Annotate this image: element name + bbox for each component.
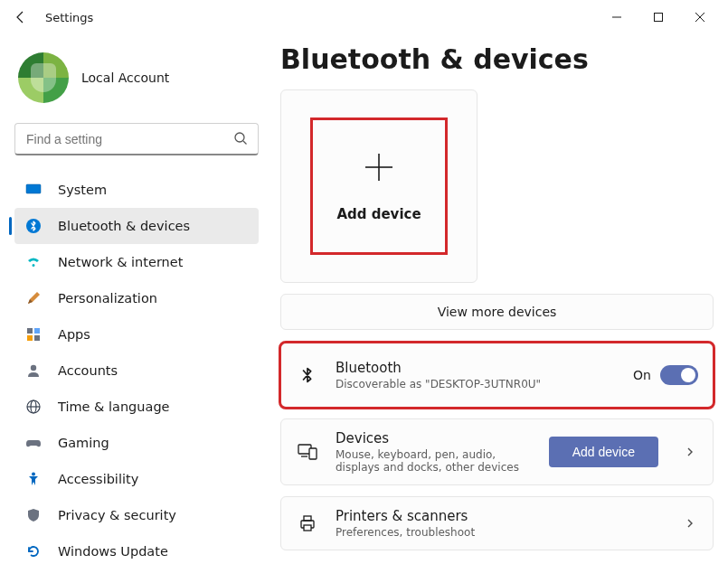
nav-list: System Bluetooth & devices Network & int…	[14, 172, 268, 564]
devices-icon	[296, 440, 319, 464]
chevron-right-icon	[682, 515, 698, 531]
search-input[interactable]	[14, 123, 259, 155]
svg-rect-12	[34, 335, 40, 341]
printers-row[interactable]: Printers & scanners Preferences, trouble…	[280, 496, 714, 550]
printers-row-subtitle: Preferences, troubleshoot	[336, 526, 658, 539]
bluetooth-row-title: Bluetooth	[336, 360, 617, 376]
sidebar-item-label: Accessibility	[58, 472, 138, 486]
sidebar-item-accessibility[interactable]: Accessibility	[14, 461, 259, 497]
sidebar-item-accounts[interactable]: Accounts	[14, 352, 259, 389]
bluetooth-icon	[24, 216, 43, 236]
bluetooth-state-label: On	[633, 368, 651, 382]
shield-icon	[24, 505, 43, 525]
sidebar-item-label: Gaming	[58, 436, 109, 450]
bluetooth-toggle[interactable]	[660, 365, 698, 385]
sidebar-item-label: System	[58, 183, 107, 197]
svg-rect-10	[34, 328, 40, 334]
chevron-right-icon	[682, 444, 698, 460]
window-title: Settings	[45, 11, 93, 24]
person-icon	[24, 361, 43, 381]
add-device-button[interactable]: Add device	[549, 437, 658, 467]
back-button[interactable]	[7, 4, 34, 31]
svg-point-4	[235, 133, 244, 142]
sidebar-item-label: Time & language	[58, 400, 170, 414]
search-box	[14, 123, 259, 155]
profile-name: Local Account	[81, 70, 169, 85]
svg-rect-11	[27, 335, 33, 341]
svg-rect-1	[655, 14, 663, 22]
view-more-devices-button[interactable]: View more devices	[280, 294, 714, 330]
svg-rect-24	[304, 516, 311, 521]
sidebar-item-label: Network & internet	[58, 255, 183, 269]
bluetooth-icon	[296, 363, 319, 387]
main-content: Bluetooth & devices Add device View more…	[271, 34, 728, 564]
add-device-label: Add device	[336, 206, 421, 222]
sidebar-item-label: Privacy & security	[58, 508, 176, 522]
sidebar-item-gaming[interactable]: Gaming	[14, 425, 259, 461]
sidebar-item-windows-update[interactable]: Windows Update	[14, 533, 259, 564]
bluetooth-row-subtitle: Discoverable as "DESKTOP-3UTNR0U"	[336, 378, 617, 390]
profile[interactable]: Local Account	[18, 52, 268, 103]
svg-point-13	[31, 365, 36, 371]
svg-line-5	[243, 141, 247, 145]
minimize-button[interactable]	[596, 4, 638, 31]
sidebar-item-apps[interactable]: Apps	[14, 316, 259, 352]
accessibility-icon	[24, 469, 43, 489]
sidebar-item-label: Apps	[58, 327, 90, 342]
globe-icon	[24, 397, 43, 417]
wifi-icon	[24, 252, 43, 272]
page-title: Bluetooth & devices	[280, 43, 714, 75]
plus-icon	[362, 150, 396, 184]
sidebar-item-label: Accounts	[58, 363, 118, 378]
sidebar-item-privacy[interactable]: Privacy & security	[14, 497, 259, 533]
sidebar-item-system[interactable]: System	[14, 172, 259, 208]
svg-point-17	[32, 473, 35, 476]
sidebar-item-bluetooth-devices[interactable]: Bluetooth & devices	[14, 208, 259, 244]
devices-row-title: Devices	[336, 430, 533, 446]
brush-icon	[24, 288, 43, 308]
bluetooth-toggle-row[interactable]: Bluetooth Discoverable as "DESKTOP-3UTNR…	[280, 343, 714, 408]
printers-row-title: Printers & scanners	[336, 508, 658, 524]
apps-icon	[24, 324, 43, 344]
sidebar-item-network[interactable]: Network & internet	[14, 244, 259, 280]
printer-icon	[296, 512, 319, 535]
close-button[interactable]	[679, 4, 721, 31]
sidebar-item-personalization[interactable]: Personalization	[14, 280, 259, 316]
devices-row-subtitle: Mouse, keyboard, pen, audio, displays an…	[336, 448, 533, 474]
gaming-icon	[24, 433, 43, 453]
titlebar: Settings	[0, 0, 728, 34]
search-icon	[233, 131, 248, 146]
add-device-highlight: Add device	[310, 118, 448, 255]
add-device-tile[interactable]: Add device	[280, 89, 477, 283]
sidebar: Local Account System Bluetooth & devices	[0, 34, 271, 564]
sidebar-item-time-language[interactable]: Time & language	[14, 389, 259, 425]
svg-rect-25	[304, 525, 311, 531]
avatar	[18, 52, 69, 103]
svg-rect-6	[26, 184, 41, 193]
sidebar-item-label: Bluetooth & devices	[58, 219, 190, 233]
svg-rect-21	[309, 448, 317, 459]
display-icon	[24, 180, 43, 200]
svg-rect-9	[27, 328, 33, 334]
sidebar-item-label: Windows Update	[58, 544, 168, 559]
update-icon	[24, 541, 43, 561]
sidebar-item-label: Personalization	[58, 291, 157, 306]
devices-row[interactable]: Devices Mouse, keyboard, pen, audio, dis…	[280, 418, 714, 485]
maximize-button[interactable]	[638, 4, 679, 31]
